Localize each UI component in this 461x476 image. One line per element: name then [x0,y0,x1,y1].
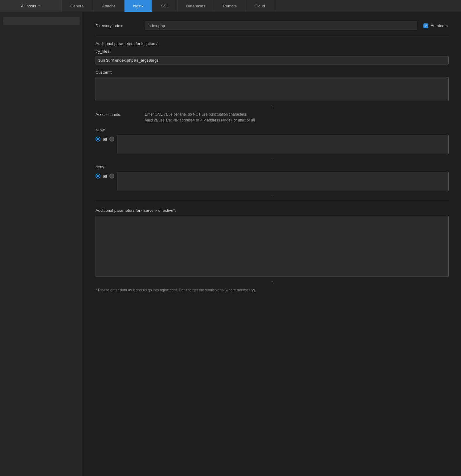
directory-index-input[interactable] [145,22,417,30]
divider-2 [96,202,449,202]
allow-radio-group: all [96,135,114,142]
directory-index-label: Directory index: [96,23,145,28]
server-directive-textarea[interactable] [96,216,449,277]
access-limits-label: Access Limits: [96,112,145,117]
directory-index-row: Directory index: AutoIndex [96,22,449,30]
tab-cloud[interactable]: Cloud [246,0,274,12]
access-limits-row: Access Limits: Enter ONE value per line,… [96,112,449,123]
deny-radio-all[interactable] [96,174,100,178]
allow-textarea-wrap [117,135,449,155]
custom-label: Custom*: [96,70,449,75]
tab-remote-label: Remote [223,4,237,8]
chevron-icon: ⌄ [271,156,274,160]
allow-textarea[interactable] [117,135,449,154]
access-hint-line2: Valid values are: <IP address> or <IP ad… [145,117,255,123]
tab-remote[interactable]: Remote [214,0,246,12]
deny-radio-textarea: all [96,172,449,193]
deny-section: deny all ⌄ [96,165,449,197]
deny-radio-all-label: all [103,174,107,178]
tab-all-hosts-label: All hosts [21,4,36,8]
custom-expand-chevron[interactable]: ⌄ [96,103,449,107]
tab-nginx[interactable]: Nginx [124,0,152,12]
tab-apache[interactable]: Apache [93,0,124,12]
allow-radio-all-label: all [103,137,107,142]
server-directive-wrap [96,216,449,278]
tab-databases[interactable]: Databases [177,0,214,12]
allow-radio-other[interactable] [109,137,114,142]
tab-general[interactable]: General [62,0,93,12]
tab-general-label: General [70,4,84,8]
try-files-wrap [96,56,449,69]
main-content: Directory index: AutoIndex Additional pa… [83,12,461,476]
chevron-icon: ⌄ [271,279,274,283]
additional-params-location-title: Additional parameters for location /: [96,41,449,46]
divider-1 [96,35,449,35]
autoindex-label: AutoIndex [430,23,449,28]
footnote: * Please enter data as it should go into… [96,288,449,292]
deny-textarea-wrap [117,172,449,192]
allow-label: allow [96,128,449,132]
access-hint: Enter ONE value per line, do NOT use pun… [145,112,255,123]
try-files-input[interactable] [96,56,449,64]
chevron-down-icon: ⌃ [38,4,40,8]
tab-databases-label: Databases [186,4,205,8]
deny-textarea[interactable] [117,172,449,191]
deny-radio-group: all [96,172,114,178]
sidebar-search-bar [3,17,80,25]
allow-expand-chevron[interactable]: ⌄ [96,156,449,160]
chevron-icon: ⌄ [271,103,274,107]
autoindex-checkbox[interactable] [423,23,428,28]
tab-bar: All hosts ⌃ General Apache Nginx SSL Dat… [0,0,461,12]
deny-label: deny [96,165,449,169]
tab-cloud-label: Cloud [255,4,265,8]
tab-all-hosts[interactable]: All hosts ⌃ [0,0,62,12]
allow-section: allow all ⌄ [96,128,449,160]
chevron-icon: ⌄ [271,193,274,197]
tab-apache-label: Apache [102,4,116,8]
custom-textarea-wrap [96,77,449,102]
autoindex-wrap: AutoIndex [423,23,449,28]
deny-expand-chevron[interactable]: ⌄ [96,193,449,197]
layout: Directory index: AutoIndex Additional pa… [0,12,461,476]
sidebar [0,12,83,476]
custom-textarea[interactable] [96,77,449,101]
tab-ssl[interactable]: SSL [153,0,178,12]
tab-ssl-label: SSL [161,4,169,8]
access-hint-line1: Enter ONE value per line, do NOT use pun… [145,112,255,117]
tab-nginx-label: Nginx [133,4,143,8]
server-directive-expand-chevron[interactable]: ⌄ [96,279,449,283]
allow-radio-all[interactable] [96,137,100,142]
allow-radio-textarea: all [96,135,449,156]
try-files-label: try_files: [96,49,449,54]
server-directive-title: Additional parameters for <server> direc… [96,208,449,213]
deny-radio-other[interactable] [109,174,114,178]
